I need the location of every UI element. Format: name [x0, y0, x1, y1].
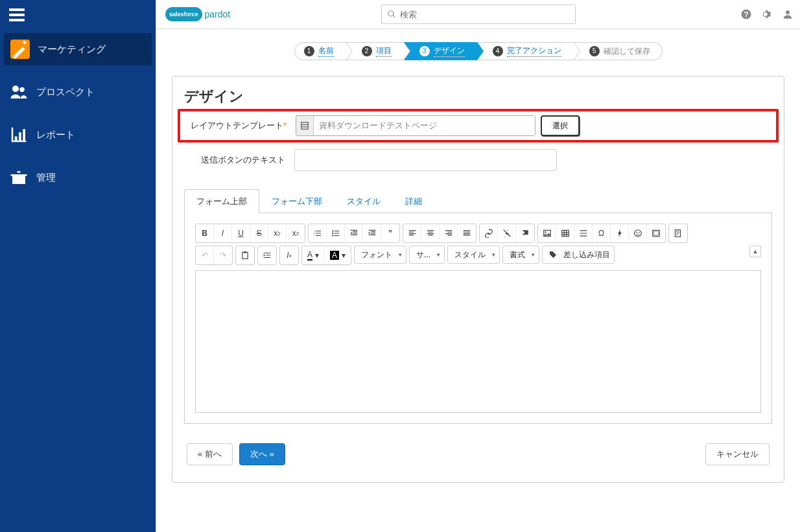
sidebar-item-marketing[interactable]: マーケティング [4, 33, 152, 65]
tab-advanced[interactable]: 詳細 [393, 189, 434, 213]
search-icon [387, 10, 396, 19]
step-fields[interactable]: 2 項目 [346, 42, 404, 60]
bullet-list-button[interactable] [327, 224, 345, 242]
layout-template-label: レイアウトテンプレート [191, 121, 283, 130]
outdent-button[interactable] [345, 224, 363, 242]
sidebar-item-label: 管理 [36, 172, 56, 184]
style-dropdown[interactable]: スタイル▾ [447, 246, 500, 264]
search-input[interactable] [400, 10, 570, 19]
step-design[interactable]: 3 デザイン [404, 42, 477, 60]
italic-button[interactable]: I [214, 224, 232, 242]
layout-template-highlight: レイアウトテンプレート* 資料ダウンロードテストページ 選択 [178, 109, 779, 143]
table-button[interactable] [556, 224, 574, 242]
salesforce-cloud-logo: salesforce [165, 7, 202, 21]
svg-rect-22 [242, 252, 248, 259]
format-dropdown[interactable]: 書式▾ [502, 246, 539, 264]
link-button[interactable] [480, 224, 498, 242]
font-family-dropdown[interactable]: フォント▾ [354, 246, 406, 264]
editor-tabs: フォーム上部 フォーム下部 スタイル 詳細 [184, 189, 772, 213]
bold-button[interactable]: B [196, 224, 214, 242]
indent-line-button[interactable] [258, 246, 276, 264]
text-color-button[interactable]: A▾ [302, 246, 325, 264]
sidebar-item-label: レポート [36, 129, 75, 141]
image-button[interactable] [538, 224, 556, 242]
svg-point-2 [786, 10, 790, 14]
svg-point-0 [12, 86, 19, 92]
briefcase-icon [9, 168, 29, 187]
svg-rect-3 [301, 122, 309, 130]
user-icon[interactable] [782, 8, 794, 20]
numbered-list-button[interactable] [309, 224, 327, 242]
remove-format-button[interactable]: Ix [280, 246, 298, 264]
svg-point-6 [332, 230, 333, 231]
editor-content-area[interactable] [195, 270, 761, 413]
sidebar-item-label: プロスペクト [36, 86, 95, 98]
align-right-button[interactable] [440, 224, 458, 242]
emoji-button[interactable] [629, 224, 647, 242]
layout-template-field: 資料ダウンロードテストページ [296, 115, 535, 136]
svg-point-18 [638, 232, 639, 233]
indent-button[interactable] [363, 224, 381, 242]
next-button[interactable]: 次へ » [239, 443, 285, 465]
svg-rect-21 [675, 230, 680, 237]
svg-rect-11 [561, 230, 569, 236]
menu-toggle-icon[interactable] [9, 8, 25, 21]
help-icon[interactable] [740, 8, 752, 20]
sidebar-item-prospects[interactable]: プロスペクト [0, 76, 156, 108]
unlink-button[interactable] [498, 224, 516, 242]
sidebar-item-reports[interactable]: レポート [0, 119, 156, 151]
special-char-button[interactable]: Ω [593, 224, 611, 242]
underline-button[interactable]: U [232, 224, 250, 242]
step-completion-actions[interactable]: 4 完了アクション [477, 42, 574, 60]
strikethrough-button[interactable]: S [250, 224, 268, 242]
toolbar-collapse-button[interactable]: ▲ [749, 246, 761, 257]
embed-button[interactable] [611, 224, 629, 242]
step-confirm-save: 5 確認して保存 [574, 42, 663, 60]
tab-style[interactable]: スタイル [335, 189, 393, 213]
rich-text-editor: B I U S x2 x2 ” [184, 213, 772, 424]
align-center-button[interactable] [421, 224, 440, 242]
prev-button[interactable]: « 前へ [187, 443, 233, 465]
svg-point-16 [634, 230, 641, 237]
undo-button[interactable]: ↶ [196, 246, 214, 264]
design-panel: デザイン レイアウトテンプレート* 資料ダウンロードテストページ [172, 76, 784, 483]
topbar: salesforce pardot [156, 0, 800, 29]
sidebar: マーケティング プロスペクト レポート 管理 [0, 0, 156, 532]
paste-button[interactable] [236, 246, 254, 264]
search-input-wrapper[interactable] [381, 5, 576, 24]
step-name[interactable]: 1 名前 [294, 42, 346, 60]
bg-color-button[interactable]: A▾ [325, 246, 351, 264]
svg-rect-20 [654, 231, 659, 235]
superscript-button[interactable]: x2 [287, 224, 305, 242]
svg-point-10 [545, 231, 546, 233]
horizontal-rule-button[interactable] [574, 224, 593, 242]
people-icon [9, 82, 29, 102]
gear-icon[interactable] [761, 8, 773, 20]
blockquote-button[interactable]: ” [381, 224, 399, 242]
anchor-button[interactable] [516, 224, 534, 242]
iframe-button[interactable] [647, 224, 665, 242]
tag-icon [549, 251, 557, 259]
wizard-steps: 1 名前 2 項目 3 デザイン 4 完了アクション 5 確認して保存 [172, 42, 784, 60]
subscript-button[interactable]: x2 [268, 224, 287, 242]
submit-text-input[interactable] [294, 149, 557, 171]
sidebar-item-admin[interactable]: 管理 [0, 161, 156, 194]
font-size-dropdown[interactable]: サ...▾ [409, 246, 445, 264]
layout-template-value: 資料ダウンロードテストページ [313, 116, 535, 135]
logo: salesforce pardot [165, 7, 230, 21]
svg-point-17 [636, 232, 637, 233]
select-template-button[interactable]: 選択 [541, 115, 580, 136]
redo-button[interactable]: ↷ [214, 246, 232, 264]
svg-point-1 [19, 87, 25, 93]
cancel-button[interactable]: キャンセル [705, 443, 770, 465]
source-button[interactable] [669, 224, 687, 242]
sidebar-item-label: マーケティング [38, 43, 106, 56]
align-left-button[interactable] [403, 224, 421, 242]
align-justify-button[interactable] [458, 224, 476, 242]
template-icon [296, 121, 313, 130]
merge-field-dropdown[interactable]: 差し込み項目 [542, 246, 615, 264]
tab-form-bottom[interactable]: フォーム下部 [259, 189, 335, 213]
svg-point-7 [332, 233, 333, 234]
tab-form-top[interactable]: フォーム上部 [184, 189, 259, 213]
svg-point-8 [332, 235, 333, 236]
